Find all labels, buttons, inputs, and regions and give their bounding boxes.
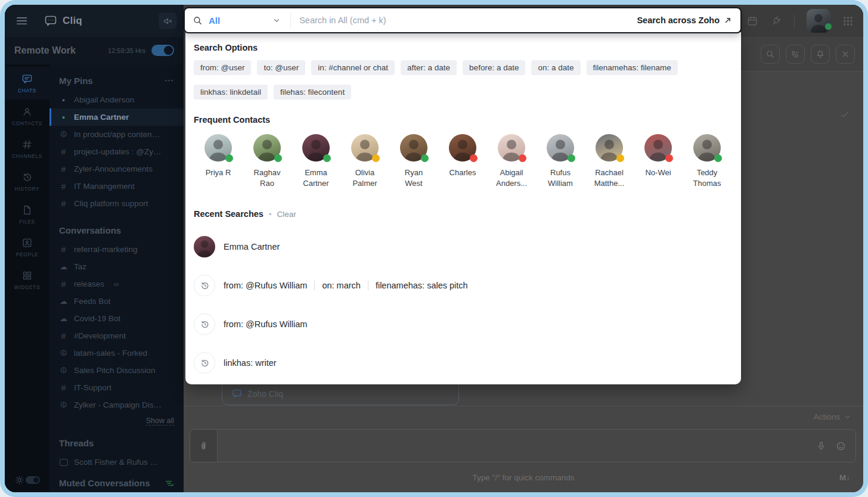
- contact-card[interactable]: OliviaPalmer: [340, 134, 389, 189]
- item-icon: [59, 349, 68, 358]
- contact-card[interactable]: RufusWilliam: [536, 134, 585, 189]
- recent-search-row[interactable]: from: @Rufus William: [194, 313, 733, 335]
- attach-button[interactable]: [190, 430, 218, 462]
- sidebar-item[interactable]: Feeds Bot: [49, 293, 184, 310]
- rail-item-widgets[interactable]: WIDGETS: [5, 263, 49, 296]
- sidebar-body: CHATS CONTACTS CHANNELS HISTORY FILES: [5, 64, 184, 492]
- threads-list: Scott Fisher & Rufus …: [49, 453, 184, 471]
- search-option-chip[interactable]: after: a date: [401, 60, 457, 75]
- pins-menu-icon[interactable]: ⋯: [165, 75, 174, 86]
- item-label: releases: [74, 279, 104, 288]
- paperclip-icon: [199, 441, 209, 451]
- mute-button[interactable]: [159, 13, 176, 29]
- sidebar-item[interactable]: Covid-19 Bot: [49, 310, 184, 327]
- contact-card[interactable]: RachaelMatthe...: [585, 134, 634, 189]
- sidebar-item[interactable]: #Development: [49, 327, 184, 344]
- contact-card[interactable]: RaghavRao: [243, 134, 292, 189]
- recent-search-row[interactable]: Emma Cartner: [194, 236, 733, 257]
- muted-filter-icon[interactable]: [165, 479, 174, 488]
- sidebar-item[interactable]: releases: [49, 275, 184, 293]
- sidebar-item[interactable]: Taz: [49, 258, 184, 275]
- contact-card[interactable]: RyanWest: [389, 134, 438, 189]
- calendar-icon[interactable]: [746, 15, 758, 27]
- status-dot: [665, 154, 673, 162]
- search-option-chip[interactable]: filenamehas: filename: [587, 60, 678, 75]
- sidebar-item[interactable]: Zylker - Campaign Dis…: [49, 396, 184, 414]
- sidebar-item[interactable]: referral-marketing: [49, 241, 184, 258]
- pins-title: My Pins: [59, 76, 93, 86]
- sidebar-item[interactable]: Abigail Anderson: [49, 91, 184, 108]
- contact-card[interactable]: No-Wei: [634, 134, 683, 189]
- window-frame: Cliq Remote Work 12:59:35 Hrs CHATS CONT…: [0, 0, 868, 497]
- message-input[interactable]: [218, 430, 816, 462]
- search-across-zoho-button[interactable]: Search across Zoho: [637, 15, 732, 25]
- apps-grid-icon[interactable]: [842, 15, 854, 27]
- cliq-logo: Cliq: [44, 14, 82, 27]
- contact-card[interactable]: Priya R: [194, 134, 243, 189]
- plug-icon[interactable]: [770, 15, 782, 27]
- rail-item-history[interactable]: HISTORY: [5, 165, 49, 198]
- sidebar-item[interactable]: Sales Pitch Discussion: [49, 362, 184, 379]
- nav-rail: CHATS CONTACTS CHANNELS HISTORY FILES: [5, 64, 49, 492]
- contact-card[interactable]: TeddyThomas: [683, 134, 731, 189]
- sidebar-item[interactable]: Cliq platform support: [49, 195, 184, 212]
- recent-search-row[interactable]: linkhas: writer: [194, 352, 733, 374]
- sidebar-item[interactable]: IT Manangement: [49, 178, 184, 195]
- rail-label: CONTACTS: [12, 120, 42, 126]
- notifications-bell-button[interactable]: [811, 45, 830, 64]
- threads-section-header: Threads: [49, 428, 184, 453]
- show-all-link[interactable]: Show all: [146, 417, 174, 425]
- rail-item-contacts[interactable]: CONTACTS: [5, 100, 49, 132]
- search-option-chip[interactable]: filehas: filecontent: [274, 85, 351, 100]
- search-option-chip[interactable]: linkhas: linkdetail: [194, 85, 268, 100]
- search-option-chip[interactable]: from: @user: [194, 60, 251, 75]
- chevron-down-icon: [844, 413, 851, 421]
- search-option-chip[interactable]: before: a date: [463, 60, 525, 75]
- search-option-chip[interactable]: to: @user: [257, 60, 305, 75]
- actions-dropdown[interactable]: Actions: [814, 412, 851, 421]
- item-icon: [59, 245, 68, 254]
- search-scope-select[interactable]: All: [203, 15, 281, 26]
- item-label: Scott Fisher & Rufus …: [74, 458, 158, 467]
- checkin-toggle[interactable]: [151, 45, 174, 56]
- sidebar-item[interactable]: project-updates : @Zy…: [49, 143, 184, 160]
- status-dot: [519, 154, 526, 162]
- theme-toggle[interactable]: [5, 475, 49, 485]
- profile-avatar[interactable]: [807, 9, 830, 33]
- contact-name: TeddyThomas: [693, 167, 721, 189]
- close-chat-button[interactable]: [836, 45, 855, 64]
- segment-divider: [368, 281, 368, 290]
- search-panel: Search Options from: @userto: @userin: #…: [185, 32, 741, 384]
- rail-item-chats[interactable]: CHATS: [5, 67, 49, 100]
- contact-name: RachaelMatthe...: [594, 167, 625, 189]
- chat-call-button[interactable]: [786, 45, 805, 64]
- thread-item[interactable]: Scott Fisher & Rufus …: [49, 453, 184, 471]
- sidebar-item[interactable]: Zyler-Announcements: [49, 160, 184, 178]
- sidebar-item[interactable]: latam-sales - Forked: [49, 344, 184, 362]
- zoho-cliq-card-label: Zoho Cliq: [247, 389, 283, 399]
- recent-search-row[interactable]: from: @Rufus Williamon: marchfilenamehas…: [194, 275, 733, 296]
- status-dot: [372, 154, 380, 162]
- conversations-list: referral-marketing Taz releases: [49, 241, 184, 414]
- mic-icon[interactable]: [816, 441, 826, 451]
- sidebar-item[interactable]: IT-Support: [49, 379, 184, 396]
- search-input[interactable]: [291, 15, 637, 25]
- sidebar-item[interactable]: In product/app conten…: [49, 126, 184, 143]
- rail-item-files[interactable]: FILES: [5, 198, 49, 231]
- status-row: Remote Work 12:59:35 Hrs: [5, 37, 184, 64]
- sidebar-item[interactable]: Emma Cartner: [49, 108, 184, 126]
- contact-card[interactable]: EmmaCartner: [292, 134, 340, 189]
- chat-search-button[interactable]: [761, 45, 780, 64]
- contact-name: No-Wei: [645, 167, 671, 178]
- status-dot: [470, 154, 478, 162]
- search-option-chip[interactable]: in: #channel or chat: [311, 60, 395, 75]
- hamburger-menu-icon[interactable]: [16, 14, 29, 27]
- rail-item-channels[interactable]: CHANNELS: [5, 132, 49, 165]
- contact-card[interactable]: Charles: [438, 134, 487, 189]
- item-icon: [59, 164, 68, 174]
- emoji-icon[interactable]: [836, 441, 846, 451]
- search-option-chip[interactable]: on: a date: [531, 60, 580, 75]
- clear-recent-button[interactable]: Clear: [277, 210, 296, 219]
- contact-card[interactable]: AbigailAnders...: [487, 134, 536, 189]
- rail-item-people[interactable]: PEOPLE: [5, 231, 49, 263]
